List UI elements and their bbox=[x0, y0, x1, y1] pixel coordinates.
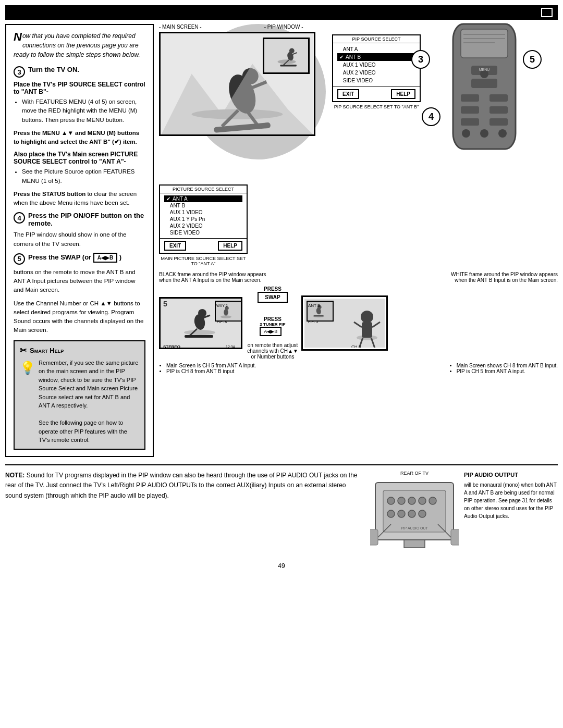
svg-text:12:34: 12:34 bbox=[226, 345, 235, 349]
bottom-note-area: NOTE: Sound for TV programs displayed in… bbox=[5, 471, 362, 557]
abc-btn: A◀▶B bbox=[260, 327, 282, 336]
pss-caption: MAIN PICTURE SOURCE SELECT SET TO "ANT A… bbox=[159, 256, 248, 266]
remote-illustration-area: 3 5 bbox=[427, 19, 531, 175]
svg-text:5: 5 bbox=[163, 300, 167, 308]
white-frame-caption: WHITE frame around the PIP window appear… bbox=[443, 272, 558, 283]
swap-abc-btn: A◀▶B bbox=[93, 253, 117, 263]
pss-items: ✔ ANT A ANT B AUX 1 VIDEO bbox=[160, 193, 247, 238]
pss-item-3: AUX 1 Y Ps Pn bbox=[164, 216, 242, 223]
svg-point-77 bbox=[419, 510, 426, 517]
intro-text: ow that you have completed the required … bbox=[14, 32, 140, 58]
pip-audio-title: PIP AUDIO OUTPUT bbox=[464, 471, 558, 479]
main-screen-label: - MAIN SCREEN - bbox=[159, 24, 202, 30]
pip-exit-btn[interactable]: EXIT bbox=[337, 89, 359, 99]
pss-item-ant-b: ✔ ANT B bbox=[337, 53, 415, 61]
svg-rect-67 bbox=[404, 540, 425, 548]
pip-window-label: - PIP WINDOW - bbox=[264, 24, 303, 30]
pip-source-select-title: PIP SOURCE SELECT bbox=[333, 35, 420, 43]
middle-row: PICTURE SOURCE SELECT ✔ ANT A ANT B bbox=[159, 179, 558, 266]
page-container: Now that you have completed the required… bbox=[0, 0, 563, 728]
pip-audio-info: PIP AUDIO OUTPUT will be monaural (mono)… bbox=[464, 471, 558, 521]
pss-item-5: SIDE VIDEO bbox=[164, 229, 242, 236]
svg-point-43 bbox=[224, 309, 228, 315]
step5-body1: buttons on the remote to move the ANT B … bbox=[14, 268, 145, 295]
pip-set-label: PIP SOURCE SELECT SET TO "ANT B" bbox=[332, 104, 421, 109]
svg-point-37 bbox=[198, 309, 206, 317]
rear-tv-label: REAR OF TV bbox=[370, 471, 459, 476]
pip-source-select: PIP SOURCE SELECT ANT A ✔ ANT B bbox=[332, 34, 421, 102]
right-bullet-1: PIP is CH 5 from ANT A input. bbox=[457, 368, 558, 374]
right-panel: - MAIN SCREEN - - PIP WINDOW - bbox=[159, 24, 558, 457]
svg-point-72 bbox=[387, 510, 395, 517]
pss-exit-btn[interactable]: EXIT bbox=[164, 241, 186, 251]
svg-point-71 bbox=[408, 497, 415, 504]
pss-help-btn[interactable]: HELP bbox=[218, 241, 242, 251]
swap-section: BLACK frame around the PIP window appear… bbox=[159, 272, 558, 374]
step4-heading: 4 Press the PIP ON/OFF button on the rem… bbox=[14, 212, 145, 227]
svg-point-53 bbox=[361, 311, 373, 323]
svg-rect-15 bbox=[280, 65, 297, 67]
black-frame-caption: BLACK frame around the PIP window appear… bbox=[159, 272, 274, 283]
svg-rect-25 bbox=[489, 94, 508, 102]
pss-buttons: EXIT HELP bbox=[160, 238, 247, 253]
step4-circle: 4 bbox=[14, 212, 25, 224]
right-bullet-list: Main Screen shows CH 8 from ANT B input.… bbox=[457, 363, 558, 374]
note-label: NOTE: bbox=[5, 472, 25, 479]
svg-point-76 bbox=[429, 497, 436, 504]
picture-source-select-area: PICTURE SOURCE SELECT ✔ ANT A ANT B bbox=[159, 179, 248, 266]
tv-area-wrapper: - MAIN SCREEN - - PIP WINDOW - bbox=[159, 24, 326, 136]
swap-btn-box: SWAP bbox=[258, 292, 287, 303]
press2-label: PRESS 2 TUNER PIP A◀▶B bbox=[260, 316, 285, 336]
pss-item-aux2: AUX 2 VIDEO bbox=[337, 69, 415, 77]
top-bar bbox=[5, 5, 558, 20]
step4-area: 4 Press the PIP ON/OFF button on the rem… bbox=[14, 212, 145, 249]
svg-rect-26 bbox=[461, 106, 479, 114]
svg-text:CH 8: CH 8 bbox=[351, 344, 361, 349]
step3-bullet3: See the Picture Source option FEATURES M… bbox=[22, 167, 145, 186]
svg-point-75 bbox=[419, 497, 426, 504]
step4-body: The PIP window should show in one of the… bbox=[14, 230, 145, 249]
svg-rect-80 bbox=[451, 529, 459, 545]
step5-heading: 5 Press the SWAP (or A◀▶B ) bbox=[14, 253, 145, 265]
svg-point-30 bbox=[462, 129, 470, 138]
scissors-icon: ✂ bbox=[20, 346, 27, 355]
smart-help-label: Smart Help bbox=[30, 347, 64, 354]
step4-title: Press the PIP ON/OFF button on the remot… bbox=[28, 212, 145, 227]
right-swap-tv-svg: PIP: 5 ANT B CH 8 bbox=[304, 299, 386, 349]
remote-step3: 3 bbox=[411, 50, 430, 69]
right-swap-bullets: Main Screen shows CH 8 from ANT B input.… bbox=[449, 363, 558, 374]
pip-help-btn[interactable]: HELP bbox=[391, 89, 415, 99]
step3-subtitle2: Press the MENU ▲▼ and MENU (M) buttons t… bbox=[14, 129, 145, 147]
pip-source-select-items: ANT A ✔ ANT B AUX 1 VIDEO bbox=[333, 43, 420, 87]
right-col-inner: - MAIN SCREEN - - PIP WINDOW - bbox=[159, 24, 558, 374]
right-swap-tv-area: PIP: 5 ANT B CH 8 bbox=[303, 297, 386, 349]
remote-note: on remote then adjust channels with CH▲▼… bbox=[247, 342, 299, 360]
step5-title: Press the SWAP (or A◀▶B ) bbox=[28, 253, 121, 263]
svg-point-31 bbox=[480, 129, 488, 138]
right-bullet-0: Main Screen shows CH 8 from ANT B input. bbox=[457, 363, 558, 368]
tv-labels: - MAIN SCREEN - - PIP WINDOW - bbox=[159, 24, 326, 30]
svg-point-70 bbox=[398, 497, 405, 504]
pip-window-svg bbox=[264, 39, 310, 74]
left-swap-bullets: Main Screen is CH 5 from ANT A input. PI… bbox=[159, 363, 256, 374]
pss-item-side: SIDE VIDEO bbox=[337, 77, 415, 84]
left-swap-tv: STEREO 12:34 PIP: 8 WXY 2 5 bbox=[159, 297, 242, 349]
pip-window-inset bbox=[263, 38, 310, 74]
step3-heading: 3 Turn the TV ON. bbox=[14, 66, 145, 78]
svg-rect-79 bbox=[370, 529, 378, 545]
svg-point-74 bbox=[408, 510, 415, 517]
step3-subtitle1: Place the TV's PIP SOURCE SELECT control… bbox=[14, 81, 145, 95]
main-content: Now that you have completed the required… bbox=[5, 24, 558, 457]
svg-point-35 bbox=[184, 330, 215, 335]
left-bullet-1: PIP is CH 8 from ANT B input bbox=[166, 368, 256, 374]
svg-rect-22 bbox=[471, 79, 497, 88]
svg-point-73 bbox=[398, 510, 405, 517]
pip-source-select-buttons: EXIT HELP bbox=[333, 87, 420, 101]
rear-tv-svg: PIP AUDIO OUT bbox=[370, 477, 459, 556]
drop-cap: N bbox=[14, 31, 22, 43]
pip-audio-text: will be monaural (mono) when both ANT A … bbox=[464, 481, 558, 520]
svg-rect-62 bbox=[314, 315, 324, 316]
smart-help-box: ✂ Smart Help 💡 Remember, if you see the … bbox=[14, 340, 145, 450]
step3-bullets: With FEATURES MENU (4 of 5) on screen, m… bbox=[22, 97, 145, 125]
smart-help-title: ✂ Smart Help bbox=[20, 346, 139, 355]
